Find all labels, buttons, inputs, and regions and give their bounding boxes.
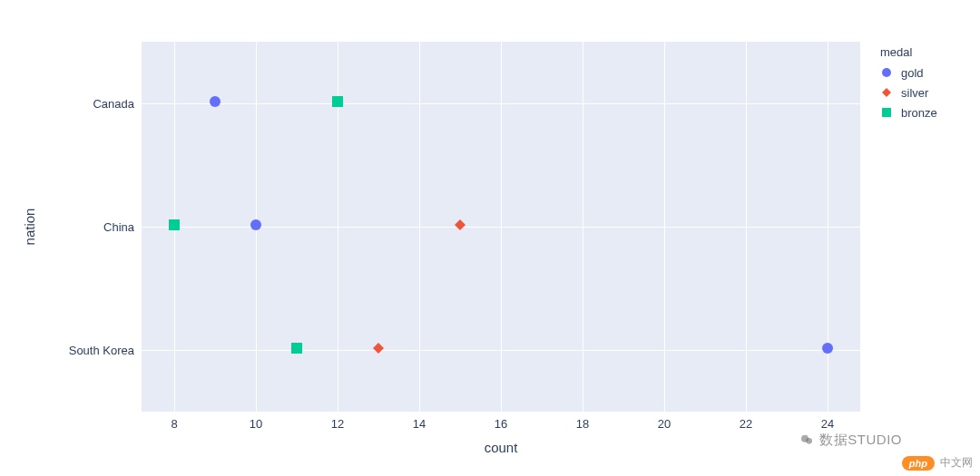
y-tick-label: South Korea (69, 344, 134, 357)
svg-point-9 (882, 68, 891, 77)
data-point[interactable] (454, 219, 466, 235)
data-point[interactable] (821, 342, 834, 358)
x-tick-label: 12 (331, 417, 344, 431)
svg-rect-7 (169, 219, 180, 230)
gridline-y (142, 350, 860, 351)
svg-point-1 (250, 219, 261, 230)
y-tick-label: China (103, 220, 134, 234)
x-tick-label: 8 (171, 417, 177, 431)
circle-icon (880, 66, 893, 79)
svg-marker-4 (455, 219, 466, 230)
svg-rect-11 (882, 108, 891, 117)
svg-marker-10 (882, 88, 891, 97)
svg-point-13 (806, 438, 812, 444)
plot-area[interactable] (142, 42, 860, 412)
x-tick-label: 18 (576, 417, 589, 431)
x-axis-label: count (485, 440, 518, 455)
data-point[interactable] (331, 95, 344, 112)
x-tick-label: 10 (250, 417, 262, 431)
x-tick-label: 16 (495, 417, 507, 431)
svg-rect-8 (291, 343, 302, 354)
data-point[interactable] (290, 342, 303, 358)
x-tick-label: 22 (740, 417, 752, 431)
legend-label: silver (901, 86, 928, 100)
x-tick-label: 24 (821, 417, 834, 431)
legend-item[interactable]: gold (880, 64, 937, 81)
gridline-y (142, 103, 860, 104)
legend-item[interactable]: bronze (880, 104, 937, 121)
square-icon (880, 106, 893, 119)
watermark-text: 中文网 (940, 455, 973, 471)
svg-point-2 (822, 343, 833, 354)
svg-marker-5 (373, 343, 384, 354)
data-point[interactable] (372, 342, 385, 358)
diamond-icon (880, 86, 893, 99)
data-point[interactable] (209, 95, 221, 112)
legend-item[interactable]: silver (880, 84, 937, 101)
y-axis-label: nation (22, 209, 37, 246)
watermark-bubble: php (902, 456, 935, 471)
x-tick-label: 14 (413, 417, 426, 431)
data-point[interactable] (168, 219, 181, 235)
svg-point-0 (210, 96, 220, 107)
y-tick-label: Canada (93, 97, 134, 111)
scatter-chart: nation count medal goldsilverbronze 数据ST… (0, 0, 980, 476)
legend-title: medal (880, 45, 937, 59)
x-tick-label: 20 (658, 417, 671, 431)
legend: medal goldsilverbronze (880, 45, 937, 124)
svg-rect-6 (332, 96, 343, 107)
watermark-php: php 中文网 (902, 455, 973, 471)
data-point[interactable] (250, 219, 262, 235)
watermark-studio: 数据STUDIO (799, 432, 902, 449)
watermark-studio-text: 数据STUDIO (819, 432, 902, 447)
wechat-icon (799, 432, 814, 447)
legend-label: gold (901, 66, 924, 80)
legend-label: bronze (901, 106, 937, 120)
